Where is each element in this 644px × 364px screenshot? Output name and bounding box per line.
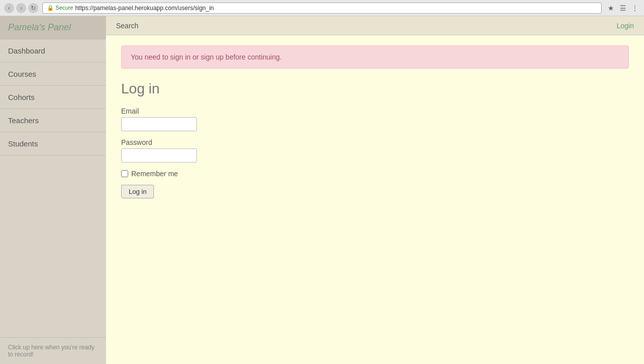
login-link[interactable]: Login (617, 22, 634, 30)
sidebar-item-cohorts[interactable]: Cohorts (0, 86, 106, 109)
secure-icon: 🔒 Secure (47, 5, 73, 11)
remember-me-label: Remember me (131, 170, 178, 178)
login-submit-button[interactable]: Log in (121, 185, 154, 198)
alert-message: You need to sign in or sign up before co… (131, 53, 282, 61)
remember-me-group: Remember me (121, 170, 629, 178)
sidebar-brand: Pamela's Panel (0, 16, 106, 39)
sidebar-item-teachers[interactable]: Teachers (0, 109, 106, 132)
browser-nav: ‹ › ↻ (4, 3, 38, 13)
content-area: Search Login You need to sign in or sign… (106, 16, 644, 364)
menu-icon[interactable]: ⋮ (630, 3, 640, 13)
sidebar-footer: Click up here when you're ready to recor… (0, 337, 106, 364)
email-input[interactable] (121, 117, 197, 131)
alert-banner: You need to sign in or sign up before co… (121, 45, 629, 69)
password-group: Password (121, 138, 629, 163)
login-title: Log in (121, 81, 629, 97)
browser-chrome: ‹ › ↻ 🔒 Secure https://pamelas-panel.her… (0, 0, 644, 16)
browser-action-buttons: ★ ☰ ⋮ (606, 3, 640, 13)
email-group: Email (121, 107, 629, 131)
back-button[interactable]: ‹ (4, 3, 14, 13)
search-link[interactable]: Search (116, 22, 138, 30)
bookmark-icon[interactable]: ★ (606, 3, 616, 13)
password-input[interactable] (121, 148, 197, 163)
sidebar-item-dashboard[interactable]: Dashboard (0, 39, 106, 63)
url-text: https://pamelas-panel.herokuapp.com/user… (75, 5, 214, 12)
top-nav: Search Login (106, 16, 644, 35)
address-bar[interactable]: 🔒 Secure https://pamelas-panel.herokuapp… (42, 3, 602, 14)
forward-button[interactable]: › (16, 3, 26, 13)
page-content: You need to sign in or sign up before co… (106, 35, 644, 364)
reload-button[interactable]: ↻ (28, 3, 38, 13)
sidebar: Pamela's Panel Dashboard Courses Cohorts… (0, 16, 106, 364)
email-label: Email (121, 107, 629, 115)
main-layout: Pamela's Panel Dashboard Courses Cohorts… (0, 16, 644, 364)
remember-me-checkbox[interactable] (121, 170, 128, 177)
login-form: Email Password Remember me Log in (121, 107, 629, 198)
sidebar-item-courses[interactable]: Courses (0, 63, 106, 86)
sidebar-item-students[interactable]: Students (0, 132, 106, 155)
sidebar-nav: Dashboard Courses Cohorts Teachers Stude… (0, 39, 106, 337)
extensions-icon[interactable]: ☰ (618, 3, 628, 13)
password-label: Password (121, 138, 629, 146)
